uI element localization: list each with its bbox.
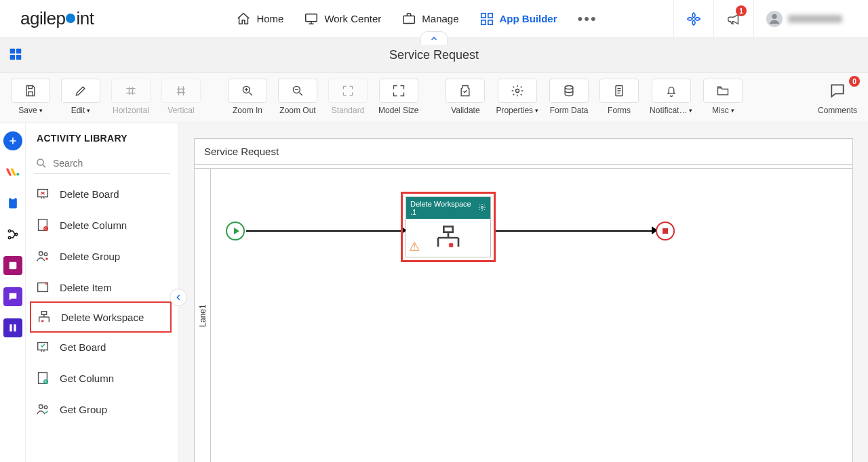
library-item-delete-workspace[interactable]: Delete Workspace <box>30 301 172 333</box>
item-delete-icon <box>34 278 52 296</box>
home-icon <box>236 12 251 26</box>
form-data-button[interactable]: Form Data <box>547 79 591 115</box>
clipboard-icon <box>6 196 20 210</box>
validate-icon <box>458 84 472 98</box>
sub-header: Service Request <box>0 38 868 73</box>
rail-item-pause[interactable] <box>3 318 22 337</box>
collapse-header-toggle[interactable] <box>420 31 448 45</box>
standard-zoom-button[interactable]: Standard <box>326 79 370 115</box>
library-item-label: Delete Item <box>60 282 112 293</box>
rail-item-monday[interactable] <box>3 163 22 182</box>
library-item-delete-group[interactable]: Delete Group <box>26 240 178 272</box>
lane-content[interactable]: Delete Workspace .1 ⚠ <box>211 169 852 462</box>
svg-rect-32 <box>41 312 46 315</box>
svg-point-30 <box>44 253 47 255</box>
monday-icon <box>6 165 20 179</box>
library-item-label: Get Column <box>60 373 114 384</box>
svg-rect-18 <box>11 197 14 199</box>
svg-rect-5 <box>488 20 492 24</box>
top-nav: Home Work Center Manage App Builder ••• <box>236 10 597 28</box>
library-item-get-group[interactable]: Get Group <box>26 394 178 425</box>
library-item-delete-item[interactable]: Delete Item <box>26 272 178 303</box>
library-item-get-column[interactable]: Get Column <box>26 362 178 394</box>
nav-manage-label: Manage <box>422 13 458 24</box>
svg-rect-10 <box>16 54 21 59</box>
svg-rect-7 <box>10 48 15 53</box>
horizontal-button[interactable]: Horizontal <box>108 79 153 115</box>
lane-label: Lane1 <box>195 169 211 462</box>
nav-home[interactable]: Home <box>236 12 283 26</box>
start-node[interactable] <box>226 222 245 240</box>
nav-home-label: Home <box>256 13 283 24</box>
rail-item-clipboard[interactable] <box>3 194 22 213</box>
gear-icon <box>511 84 524 98</box>
edit-icon <box>74 84 87 98</box>
search-input[interactable] <box>53 158 172 169</box>
library-title: ACTIVITY LIBRARY <box>26 133 178 153</box>
svg-point-16 <box>16 173 19 175</box>
svg-rect-31 <box>38 283 48 292</box>
chevron-down-icon: ▾ <box>689 107 692 114</box>
properties-button[interactable]: Properties▾ <box>493 79 541 115</box>
user-menu[interactable] <box>753 0 854 37</box>
zoom-in-button[interactable]: Zoom In <box>225 79 270 115</box>
library-item-delete-board[interactable]: Delete Board <box>26 178 178 209</box>
library-item-get-board[interactable]: Get Board <box>26 331 178 362</box>
brand-logo: agilepint <box>20 8 94 29</box>
nav-manage[interactable]: Manage <box>401 12 458 26</box>
validate-button[interactable]: Validate <box>443 79 488 115</box>
column-get-icon <box>34 369 52 387</box>
misc-button[interactable]: Misc▾ <box>701 79 745 115</box>
align-vertical-icon <box>174 84 188 98</box>
chevron-down-icon: ▾ <box>731 107 734 114</box>
activity-settings-button[interactable] <box>478 203 486 213</box>
svg-point-38 <box>481 207 484 209</box>
nodes-icon <box>6 228 20 241</box>
collapse-library-toggle[interactable] <box>170 289 187 306</box>
model-size-button[interactable]: Model Size <box>376 79 421 115</box>
svg-rect-8 <box>16 48 21 53</box>
library-item-delete-column[interactable]: Delete Column <box>26 209 178 240</box>
library-item-label: Get Group <box>60 404 107 415</box>
rail-add-button[interactable] <box>3 131 22 150</box>
notifications-button[interactable]: Notificat…▾ <box>647 79 695 115</box>
apps-grid-button[interactable] <box>8 47 23 64</box>
comments-button[interactable]: 0 Comments <box>815 79 860 115</box>
data-icon <box>7 260 18 271</box>
nav-app-builder[interactable]: App Builder <box>479 12 557 26</box>
rail-item-connectors[interactable] <box>3 225 22 244</box>
lane-label-text: Lane1 <box>198 304 208 327</box>
nav-more[interactable]: ••• <box>578 10 597 28</box>
zoom-out-label: Zoom Out <box>279 106 315 115</box>
apps-icon <box>8 47 23 62</box>
save-button[interactable]: Save▾ <box>8 79 53 115</box>
edit-button[interactable]: Edit▾ <box>58 79 103 115</box>
chevron-down-icon: ▾ <box>39 107 43 114</box>
assistant-button[interactable] <box>673 0 713 37</box>
zoom-out-button[interactable]: Zoom Out <box>275 79 320 115</box>
end-node[interactable] <box>656 222 675 240</box>
warning-icon: ⚠ <box>409 239 420 254</box>
svg-point-6 <box>772 14 776 18</box>
svg-point-25 <box>37 159 43 165</box>
search-icon <box>35 157 47 169</box>
library-search[interactable] <box>34 153 170 174</box>
comments-label: Comments <box>818 106 857 115</box>
forms-icon <box>612 84 626 98</box>
side-rail <box>0 123 26 462</box>
process-canvas[interactable]: Service Request Lane1 Delete Workspace .… <box>194 138 853 462</box>
nav-work-center[interactable]: Work Center <box>304 12 381 26</box>
gear-icon <box>478 203 486 211</box>
announcements-button[interactable]: 1 <box>713 0 753 37</box>
align-horizontal-icon <box>124 84 138 98</box>
rail-item-data[interactable] <box>3 256 22 275</box>
process-title: Service Request <box>389 48 479 62</box>
forms-button[interactable]: Forms <box>597 79 642 115</box>
svg-rect-39 <box>443 226 452 232</box>
rail-item-chat[interactable] <box>3 287 22 306</box>
svg-rect-17 <box>9 198 17 209</box>
library-item-label: Delete Column <box>60 219 127 231</box>
activity-delete-workspace[interactable]: Delete Workspace .1 ⚠ <box>401 192 496 262</box>
zoom-in-label: Zoom In <box>233 106 262 115</box>
vertical-button[interactable]: Vertical <box>159 79 203 115</box>
